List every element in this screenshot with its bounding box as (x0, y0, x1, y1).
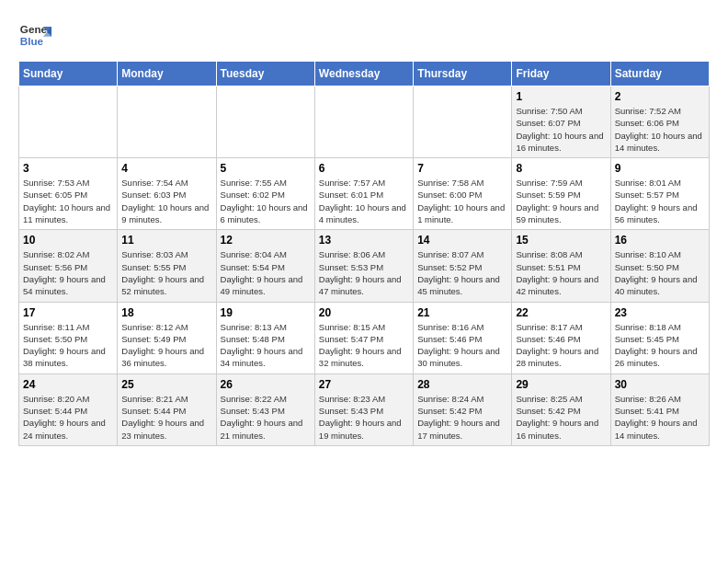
day-info: Sunrise: 8:22 AM Sunset: 5:43 PM Dayligh… (221, 393, 311, 442)
calendar-cell: 29Sunrise: 8:25 AM Sunset: 5:42 PM Dayli… (512, 373, 610, 445)
calendar-cell: 23Sunrise: 8:18 AM Sunset: 5:45 PM Dayli… (610, 302, 709, 373)
weekday-header: Wednesday (314, 62, 413, 86)
logo-icon: General Blue (18, 18, 51, 52)
calendar-cell: 7Sunrise: 7:58 AM Sunset: 6:00 PM Daylig… (414, 158, 512, 230)
calendar-cell: 10Sunrise: 8:02 AM Sunset: 5:56 PM Dayli… (19, 230, 118, 302)
day-info: Sunrise: 8:21 AM Sunset: 5:44 PM Dayligh… (121, 393, 211, 442)
svg-text:Blue: Blue (20, 35, 44, 47)
calendar-cell: 21Sunrise: 8:16 AM Sunset: 5:46 PM Dayli… (414, 302, 512, 373)
day-info: Sunrise: 8:01 AM Sunset: 5:57 PM Dayligh… (615, 177, 705, 225)
calendar-cell: 8Sunrise: 7:59 AM Sunset: 5:59 PM Daylig… (512, 158, 610, 230)
day-number: 8 (516, 162, 606, 175)
calendar-cell: 1Sunrise: 7:50 AM Sunset: 6:07 PM Daylig… (512, 86, 610, 158)
day-info: Sunrise: 8:23 AM Sunset: 5:43 PM Dayligh… (319, 393, 409, 442)
calendar-cell (414, 86, 512, 158)
day-number: 7 (417, 162, 507, 175)
weekday-header: Thursday (414, 62, 512, 86)
calendar-cell: 2Sunrise: 7:52 AM Sunset: 6:06 PM Daylig… (610, 86, 709, 158)
calendar-table: SundayMondayTuesdayWednesdayThursdayFrid… (18, 61, 710, 446)
weekday-header: Monday (118, 62, 216, 86)
calendar-cell: 13Sunrise: 8:06 AM Sunset: 5:53 PM Dayli… (314, 230, 413, 302)
page-header: General Blue (18, 18, 710, 52)
day-number: 10 (23, 234, 113, 247)
day-number: 21 (417, 306, 507, 319)
day-number: 1 (516, 90, 606, 103)
day-info: Sunrise: 8:17 AM Sunset: 5:46 PM Dayligh… (516, 321, 606, 370)
calendar-cell (118, 86, 216, 158)
calendar-cell: 26Sunrise: 8:22 AM Sunset: 5:43 PM Dayli… (216, 373, 314, 445)
calendar-week-row: 24Sunrise: 8:20 AM Sunset: 5:44 PM Dayli… (19, 373, 710, 445)
weekday-header: Saturday (610, 62, 709, 86)
day-number: 4 (121, 162, 211, 175)
weekday-header: Friday (512, 62, 610, 86)
calendar-cell: 3Sunrise: 7:53 AM Sunset: 6:05 PM Daylig… (19, 158, 118, 230)
day-number: 27 (319, 378, 409, 391)
day-number: 25 (121, 378, 211, 391)
calendar-cell: 6Sunrise: 7:57 AM Sunset: 6:01 PM Daylig… (314, 158, 413, 230)
calendar-week-row: 1Sunrise: 7:50 AM Sunset: 6:07 PM Daylig… (19, 86, 710, 158)
calendar-cell: 17Sunrise: 8:11 AM Sunset: 5:50 PM Dayli… (19, 302, 118, 373)
day-info: Sunrise: 8:04 AM Sunset: 5:54 PM Dayligh… (221, 248, 311, 297)
day-info: Sunrise: 7:55 AM Sunset: 6:02 PM Dayligh… (221, 177, 311, 225)
calendar-cell: 20Sunrise: 8:15 AM Sunset: 5:47 PM Dayli… (314, 302, 413, 373)
day-number: 18 (121, 306, 211, 319)
day-number: 11 (121, 234, 211, 247)
day-number: 3 (23, 162, 113, 175)
day-info: Sunrise: 7:57 AM Sunset: 6:01 PM Dayligh… (319, 177, 409, 225)
calendar-cell: 19Sunrise: 8:13 AM Sunset: 5:48 PM Dayli… (216, 302, 314, 373)
calendar-cell (216, 86, 314, 158)
calendar-cell: 9Sunrise: 8:01 AM Sunset: 5:57 PM Daylig… (610, 158, 709, 230)
day-number: 17 (23, 306, 113, 319)
weekday-header: Sunday (19, 62, 118, 86)
day-number: 14 (417, 234, 507, 247)
calendar-cell: 22Sunrise: 8:17 AM Sunset: 5:46 PM Dayli… (512, 302, 610, 373)
day-info: Sunrise: 7:53 AM Sunset: 6:05 PM Dayligh… (23, 177, 113, 225)
day-info: Sunrise: 8:25 AM Sunset: 5:42 PM Dayligh… (516, 393, 606, 442)
day-number: 2 (615, 90, 705, 103)
day-info: Sunrise: 8:15 AM Sunset: 5:47 PM Dayligh… (319, 321, 409, 370)
calendar-cell: 24Sunrise: 8:20 AM Sunset: 5:44 PM Dayli… (19, 373, 118, 445)
day-info: Sunrise: 8:20 AM Sunset: 5:44 PM Dayligh… (23, 393, 113, 442)
day-number: 28 (417, 378, 507, 391)
calendar-cell: 28Sunrise: 8:24 AM Sunset: 5:42 PM Dayli… (414, 373, 512, 445)
day-number: 9 (615, 162, 705, 175)
calendar-cell (314, 86, 413, 158)
day-info: Sunrise: 8:13 AM Sunset: 5:48 PM Dayligh… (221, 321, 311, 370)
day-number: 20 (319, 306, 409, 319)
day-number: 23 (615, 306, 705, 319)
weekday-header: Tuesday (216, 62, 314, 86)
weekday-header-row: SundayMondayTuesdayWednesdayThursdayFrid… (19, 62, 710, 86)
day-info: Sunrise: 8:02 AM Sunset: 5:56 PM Dayligh… (23, 248, 113, 297)
calendar-cell: 14Sunrise: 8:07 AM Sunset: 5:52 PM Dayli… (414, 230, 512, 302)
day-number: 5 (221, 162, 311, 175)
calendar-cell: 11Sunrise: 8:03 AM Sunset: 5:55 PM Dayli… (118, 230, 216, 302)
day-number: 15 (516, 234, 606, 247)
day-info: Sunrise: 7:52 AM Sunset: 6:06 PM Dayligh… (615, 105, 705, 154)
day-info: Sunrise: 8:08 AM Sunset: 5:51 PM Dayligh… (516, 248, 606, 297)
day-number: 16 (615, 234, 705, 247)
calendar-cell: 18Sunrise: 8:12 AM Sunset: 5:49 PM Dayli… (118, 302, 216, 373)
day-info: Sunrise: 8:12 AM Sunset: 5:49 PM Dayligh… (121, 321, 211, 370)
logo: General Blue (18, 18, 51, 52)
day-info: Sunrise: 8:24 AM Sunset: 5:42 PM Dayligh… (417, 393, 507, 442)
day-info: Sunrise: 8:06 AM Sunset: 5:53 PM Dayligh… (319, 248, 409, 297)
day-info: Sunrise: 8:03 AM Sunset: 5:55 PM Dayligh… (121, 248, 211, 297)
day-info: Sunrise: 8:10 AM Sunset: 5:50 PM Dayligh… (615, 248, 705, 297)
day-number: 6 (319, 162, 409, 175)
calendar-week-row: 10Sunrise: 8:02 AM Sunset: 5:56 PM Dayli… (19, 230, 710, 302)
day-number: 30 (615, 378, 705, 391)
day-number: 12 (221, 234, 311, 247)
day-info: Sunrise: 8:11 AM Sunset: 5:50 PM Dayligh… (23, 321, 113, 370)
day-info: Sunrise: 7:58 AM Sunset: 6:00 PM Dayligh… (417, 177, 507, 225)
day-number: 24 (23, 378, 113, 391)
calendar-cell: 16Sunrise: 8:10 AM Sunset: 5:50 PM Dayli… (610, 230, 709, 302)
day-number: 19 (221, 306, 311, 319)
day-info: Sunrise: 7:54 AM Sunset: 6:03 PM Dayligh… (121, 177, 211, 225)
day-info: Sunrise: 7:50 AM Sunset: 6:07 PM Dayligh… (516, 105, 606, 154)
day-info: Sunrise: 8:26 AM Sunset: 5:41 PM Dayligh… (615, 393, 705, 442)
calendar-cell (19, 86, 118, 158)
day-number: 26 (221, 378, 311, 391)
day-number: 29 (516, 378, 606, 391)
day-number: 22 (516, 306, 606, 319)
day-number: 13 (319, 234, 409, 247)
